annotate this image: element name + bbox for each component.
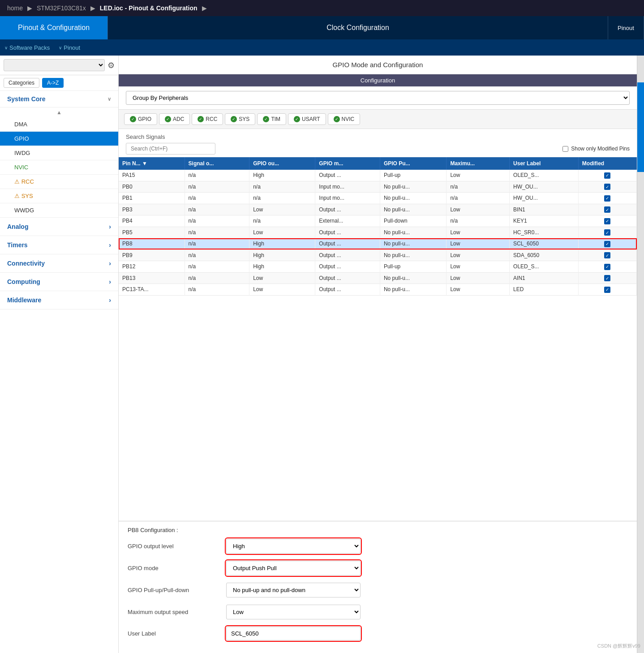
peripheral-tabs: ✓ GPIO ✓ ADC ✓ RCC ✓ SYS ✓ TIM ✓ USART (119, 110, 637, 129)
gpio-mode-input: Output Push Pull (226, 561, 628, 576)
sidebar-item-rcc[interactable]: RCC (0, 175, 118, 189)
breadcrumb-sep3: ▶ (202, 4, 207, 12)
table-row[interactable]: PB4n/an/aExternal...Pull-downn/aKEY1✓ (119, 215, 637, 227)
table-row[interactable]: PB1n/an/aInput mo...No pull-u...n/aHW_OU… (119, 193, 637, 204)
config-field-gpio-mode: GPIO mode Output Push Pull (128, 561, 628, 576)
col-gpio-mode[interactable]: GPIO m... (315, 157, 380, 170)
sidebar-item-gpio[interactable]: GPIO (0, 132, 118, 146)
config-section-title: PB8 Configuration : (128, 527, 628, 533)
max-speed-select[interactable]: Low (226, 605, 361, 619)
gpio-output-level-label: GPIO output level (128, 543, 217, 550)
nav-section-middleware[interactable]: Middleware › (0, 291, 118, 309)
col-max-speed[interactable]: Maximu... (447, 157, 510, 170)
modified-pins-checkbox[interactable] (562, 146, 568, 152)
nav-section-analog[interactable]: Analog › (0, 218, 118, 236)
col-user-label[interactable]: User Label (510, 157, 579, 170)
modified-checkbox[interactable]: ✓ (578, 215, 636, 227)
sidebar-item-iwdg[interactable]: IWDG (0, 146, 118, 160)
modified-checkbox[interactable]: ✓ (578, 227, 636, 238)
sidebar-item-sys[interactable]: SYS (0, 189, 118, 203)
filter-az[interactable]: A->Z (42, 78, 64, 88)
gpio-mode-title: GPIO Mode and Configuration (119, 56, 637, 74)
check-blue-icon: ✓ (604, 287, 610, 293)
periph-tab-usart[interactable]: ✓ USART (288, 113, 326, 125)
breadcrumb-home[interactable]: home (7, 4, 23, 12)
check-blue-icon: ✓ (604, 172, 610, 179)
table-row[interactable]: PB5n/aLowOutput ...No pull-u...LowHC_SR0… (119, 227, 637, 238)
periph-tab-rcc[interactable]: ✓ RCC (192, 113, 223, 125)
search-dropdown[interactable] (4, 59, 105, 71)
modified-checkbox[interactable]: ✓ (578, 181, 636, 193)
tab-pinout-config[interactable]: Pinout & Configuration (0, 16, 108, 39)
col-signal[interactable]: Signal o... (185, 157, 249, 170)
gpio-mode-select[interactable]: Output Push Pull (226, 561, 361, 576)
table-row[interactable]: PB3n/aLowOutput ...No pull-u...LowBIN1✓ (119, 204, 637, 215)
modified-checkbox[interactable]: ✓ (578, 204, 636, 215)
periph-tab-sys[interactable]: ✓ SYS (225, 113, 255, 125)
max-speed-input: Low (226, 605, 628, 619)
modified-checkbox[interactable]: ✓ (578, 249, 636, 261)
chevron-right-icon: › (109, 223, 111, 230)
col-gpio-out[interactable]: GPIO ou... (249, 157, 315, 170)
chevron-down-icon: ∨ (59, 45, 62, 50)
periph-tab-tim[interactable]: ✓ TIM (257, 113, 286, 125)
nav-section-computing[interactable]: Computing › (0, 273, 118, 291)
tab-clock-config[interactable]: Clock Configuration (108, 16, 608, 39)
user-label-text-input[interactable] (226, 627, 361, 640)
col-modified[interactable]: Modified (578, 157, 636, 170)
modified-checkbox[interactable]: ✓ (578, 238, 636, 250)
table-row[interactable]: PB0n/an/aInput mo...No pull-u...n/aHW_OU… (119, 181, 637, 193)
col-pin[interactable]: Pin N... ▼ (119, 157, 185, 170)
sort-arrow: ▲ (0, 107, 118, 117)
search-signals-input[interactable] (126, 143, 215, 155)
check-icon: ✓ (263, 116, 269, 122)
table-row[interactable]: PB13n/aLowOutput ...No pull-u...LowAIN1✓ (119, 272, 637, 284)
table-row[interactable]: PB12n/aHighOutput ...Pull-upLowOLED_S...… (119, 261, 637, 273)
nav-section-system-core[interactable]: System Core ∨ (0, 91, 118, 107)
pb8-config-section: PB8 Configuration : GPIO output level Hi… (119, 521, 637, 653)
modified-checkbox[interactable]: ✓ (578, 193, 636, 204)
nav-section-timers[interactable]: Timers › (0, 236, 118, 254)
config-field-gpio-pu: GPIO Pull-up/Pull-down No pull-up and no… (128, 583, 628, 597)
modified-pins-label: Show only Modified Pins (571, 146, 630, 152)
table-row[interactable]: PB9n/aHighOutput ...No pull-u...LowSDA_6… (119, 249, 637, 261)
filter-categories[interactable]: Categories (4, 78, 39, 88)
gear-button[interactable]: ⚙ (107, 60, 115, 70)
search-input-wrap (4, 59, 105, 71)
modified-checkbox[interactable]: ✓ (578, 272, 636, 284)
sidebar-item-nvic[interactable]: NVIC (0, 160, 118, 175)
gpio-output-level-select[interactable]: High (226, 539, 361, 554)
modified-checkbox[interactable]: ✓ (578, 284, 636, 296)
check-icon: ✓ (294, 116, 300, 122)
check-icon: ✓ (197, 116, 204, 122)
sidebar-item-dma[interactable]: DMA (0, 117, 118, 132)
sub-tab-software-packs[interactable]: ∨ Software Packs (4, 44, 50, 51)
modified-check-row: Show only Modified Pins (562, 146, 630, 152)
check-icon: ✓ (165, 116, 171, 122)
breadcrumb-sep2: ▶ (90, 4, 95, 12)
gpio-pu-select[interactable]: No pull-up and no pull-down (226, 583, 361, 597)
gpio-pu-label: GPIO Pull-up/Pull-down (128, 587, 217, 593)
gpio-mode-label: GPIO mode (128, 565, 217, 571)
col-gpio-pu[interactable]: GPIO Pu... (380, 157, 447, 170)
breadcrumb-chip[interactable]: STM32F103C81x (37, 4, 86, 12)
breadcrumb-file[interactable]: LED.ioc - Pinout & Configuration (100, 4, 197, 12)
content-wrapper: ⚙ Categories A->Z System Core ∨ ▲ DMA GP… (0, 56, 644, 653)
periph-tab-adc[interactable]: ✓ ADC (159, 113, 190, 125)
modified-checkbox[interactable]: ✓ (578, 261, 636, 273)
periph-tab-nvic[interactable]: ✓ NVIC (328, 113, 361, 125)
check-blue-icon: ✓ (604, 195, 610, 202)
chevron-down-icon: ∨ (107, 96, 111, 102)
right-scrollbar[interactable] (637, 56, 644, 653)
signals-label: Search Signals (126, 133, 630, 140)
table-row[interactable]: PB8n/aHighOutput ...No pull-u...LowSCL_6… (119, 238, 637, 250)
sidebar-item-wwdg[interactable]: WWDG (0, 203, 118, 218)
periph-tab-gpio[interactable]: ✓ GPIO (124, 113, 157, 125)
modified-checkbox[interactable]: ✓ (578, 170, 636, 181)
table-row[interactable]: PC13-TA...n/aLowOutput ...No pull-u...Lo… (119, 284, 637, 296)
tab-pinout-extra[interactable]: Pinout (608, 16, 644, 39)
table-row[interactable]: PA15n/aHighOutput ...Pull-upLowOLED_S...… (119, 170, 637, 181)
sub-tab-pinout[interactable]: ∨ Pinout (59, 44, 80, 51)
nav-section-connectivity[interactable]: Connectivity › (0, 254, 118, 273)
group-by-select[interactable]: Group By Peripherals (126, 91, 630, 105)
